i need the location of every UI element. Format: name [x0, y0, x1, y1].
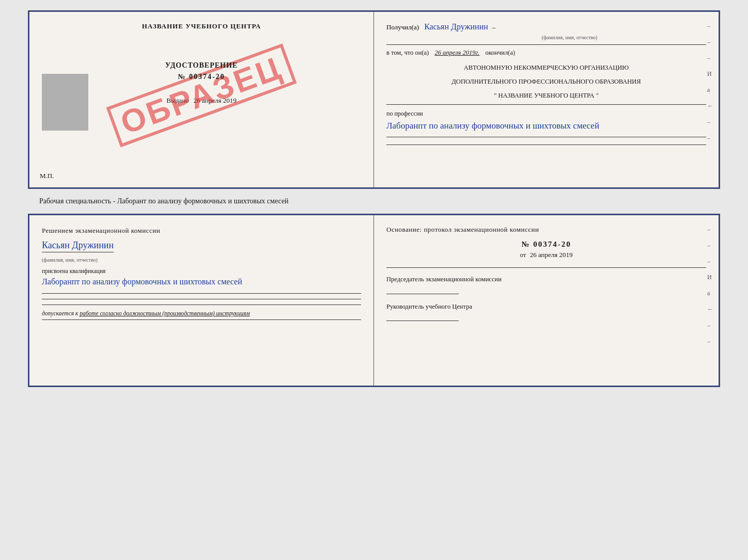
cert-label: УДОСТОВЕРЕНИЕ	[42, 61, 361, 70]
admit-text: допускается к работе согласно должностны…	[42, 310, 361, 316]
side-char-1: –	[707, 22, 713, 30]
line-sep-3	[386, 137, 706, 137]
line-sep-1	[386, 44, 706, 45]
issued-date: 26 апреля 2019	[194, 97, 237, 104]
received-name: Касьян Дружинин	[424, 22, 488, 31]
side-chars-bottom: – – – И а ← – –	[707, 226, 713, 345]
photo-placeholder	[42, 74, 88, 131]
director-label: Руководитель учебного Центра	[386, 302, 706, 312]
qualification-text: Лаборанпт по анализу формовочных и шихто…	[42, 275, 361, 289]
side-chars-top: – – – И а ← – –	[707, 22, 713, 142]
side-char-3: –	[707, 54, 713, 62]
underline-1	[42, 293, 361, 294]
stamp-obrazec: ОБРАЗЕЦ	[106, 43, 297, 147]
from-label: от	[520, 251, 526, 259]
protocol-number: № 00374-20	[386, 240, 706, 249]
org-line3: " НАЗВАНИЕ УЧЕБНОГО ЦЕНТРА "	[386, 91, 706, 101]
resolution-text: Решением экзаменационной комиссии	[42, 226, 361, 236]
line-sep-4	[386, 145, 706, 145]
bottom-doc-right: Основание: протокол экзаменационной коми…	[374, 215, 719, 386]
received-name-subtitle: (фамилия, имя, отчество)	[433, 35, 706, 40]
bottom-underline-1	[386, 267, 706, 268]
top-doc-right: Получил(а) Касьян Дружинин – (фамилия, и…	[374, 12, 719, 187]
admit-label: допускается к	[42, 310, 78, 316]
in-that-prefix: в том, что он(а)	[386, 49, 429, 56]
bottom-document: Решением экзаменационной комиссии Касьян…	[28, 214, 720, 387]
middle-label: Рабочая специальность - Лаборант по анал…	[39, 197, 289, 205]
qualification-label: присвоена квалификация	[42, 268, 361, 274]
bottom-name-subtitle: (фамилия, имя, отчество)	[42, 257, 98, 263]
side-char-7: –	[707, 118, 713, 126]
in-that-line: в том, что он(а) 26 апреля 2019г. окончи…	[386, 49, 706, 57]
from-date: от 26 апреля 2019	[386, 251, 706, 259]
in-that-suffix: окончил(а)	[485, 49, 515, 56]
side-char-2: –	[707, 38, 713, 46]
basis-title: Основание: протокол экзаменационной коми…	[386, 226, 706, 234]
side-char-4: И	[707, 70, 713, 78]
org-line1: АВТОНОМНУЮ НЕКОММЕРЧЕСКУЮ ОРГАНИЗАЦИЮ	[386, 63, 706, 73]
mp-label: М.П.	[40, 172, 54, 180]
side-char-6: ←	[707, 102, 713, 110]
top-left-title: НАЗВАНИЕ УЧЕБНОГО ЦЕНТРА	[42, 22, 361, 30]
in-that-date: 26 апреля 2019г.	[434, 49, 479, 56]
underline-2	[42, 299, 361, 299]
side-char-8: –	[707, 134, 713, 142]
chairman-label: Председатель экзаменационной комиссии	[386, 275, 706, 284]
org-line2: ДОПОЛНИТЕЛЬНОГО ПРОФЕССИОНАЛЬНОГО ОБРАЗО…	[386, 77, 706, 87]
profession-text: Лаборанпт по анализу формовочных и шихто…	[386, 119, 706, 133]
chairman-sign-line	[386, 294, 459, 294]
bottom-doc-left: Решением экзаменационной комиссии Касьян…	[29, 215, 374, 386]
issued-info: Выдано 26 апреля 2019	[42, 97, 361, 105]
bottom-name: Касьян Дружинин	[42, 240, 114, 252]
top-document: НАЗВАНИЕ УЧЕБНОГО ЦЕНТРА УДОСТОВЕРЕНИЕ №…	[28, 10, 720, 189]
received-line: Получил(а) Касьян Дружинин –	[386, 22, 706, 31]
side-char-5: а	[707, 86, 713, 94]
top-doc-left: НАЗВАНИЕ УЧЕБНОГО ЦЕНТРА УДОСТОВЕРЕНИЕ №…	[29, 12, 374, 187]
line-sep-2	[386, 104, 706, 105]
underline-4	[42, 319, 361, 320]
from-date-value: 26 апреля 2019	[530, 251, 573, 259]
cert-block: УДОСТОВЕРЕНИЕ № 00374-20	[42, 61, 361, 81]
cert-number: № 00374-20	[42, 73, 361, 81]
admit-value: работе согласно должностным (производств…	[80, 310, 250, 316]
received-prefix: Получил(а)	[386, 23, 419, 31]
director-sign-line	[386, 321, 459, 321]
issued-label: Выдано	[166, 97, 189, 104]
profession-label: по профессии	[386, 110, 706, 118]
underline-3	[42, 305, 361, 305]
